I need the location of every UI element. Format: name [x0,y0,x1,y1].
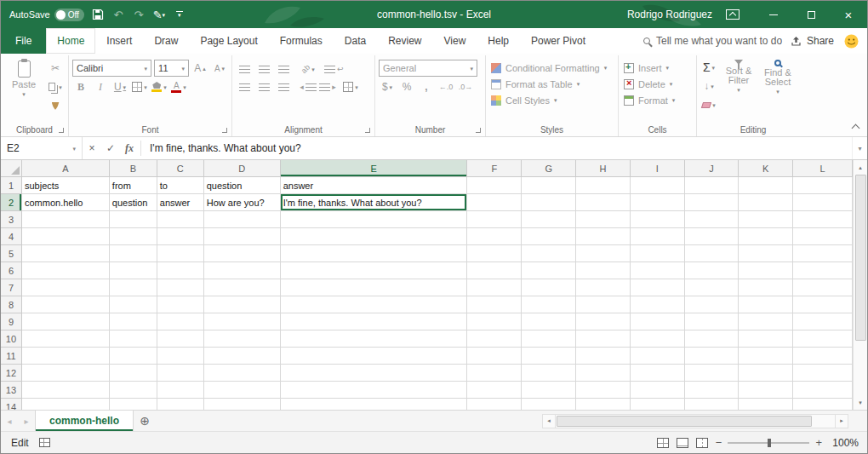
decrease-decimal-button[interactable]: .0→ [457,79,474,95]
undo-button[interactable]: ↶ [111,5,125,24]
vertical-scrollbar[interactable]: ▴ ▾ [853,160,867,410]
cell-H3[interactable] [576,211,631,228]
cell-B2[interactable]: question [110,194,157,211]
user-name[interactable]: Rodrigo Rodriguez [627,9,712,20]
cell-B14[interactable] [110,399,157,410]
cell-E13[interactable] [281,382,468,399]
tab-review[interactable]: Review [377,28,432,54]
cell-L9[interactable] [793,313,853,330]
cell-H10[interactable] [576,330,631,348]
cell-D5[interactable] [204,245,281,262]
cell-H8[interactable] [576,296,631,313]
column-header-H[interactable]: H [576,160,631,177]
cell-D12[interactable] [204,365,281,382]
cell-K10[interactable] [739,330,793,348]
font-color-button[interactable]: A▾ [170,79,187,95]
cell-B1[interactable]: from [110,177,157,194]
column-header-A[interactable]: A [22,160,110,177]
tell-me-box[interactable]: Tell me what you want to do [643,28,782,54]
row-header-12[interactable]: 12 [1,365,22,382]
cell-G10[interactable] [522,330,576,348]
column-header-F[interactable]: F [467,160,522,177]
row-header-10[interactable]: 10 [1,330,22,348]
column-header-J[interactable]: J [685,160,740,177]
cell-E12[interactable] [281,365,468,382]
cell-F13[interactable] [467,382,522,399]
macro-record-icon[interactable] [39,438,50,447]
cell-H1[interactable] [576,177,631,194]
cell-A1[interactable]: subjects [22,177,110,194]
cell-F1[interactable] [467,177,522,194]
row-header-8[interactable]: 8 [1,296,22,313]
cell-K9[interactable] [739,313,793,330]
font-size-combo[interactable]: 11▾ [154,60,189,77]
cell-J10[interactable] [685,330,740,348]
cell-A11[interactable] [22,348,110,365]
row-header-14[interactable]: 14 [1,399,22,410]
column-header-L[interactable]: L [793,160,853,177]
cell-G13[interactable] [522,382,576,399]
previous-sheet-button[interactable]: ◂ [1,411,18,431]
tab-power-pivot[interactable]: Power Pivot [520,28,597,54]
cell-C6[interactable] [157,262,204,279]
cut-button[interactable]: ✂ [47,60,64,76]
cell-D11[interactable] [204,348,281,365]
percent-style-button[interactable]: % [398,79,415,95]
cell-L14[interactable] [793,399,853,410]
cell-F4[interactable] [467,228,522,245]
cell-F12[interactable] [467,365,522,382]
cell-J3[interactable] [685,211,740,228]
cell-G8[interactable] [522,296,576,313]
cell-H5[interactable] [576,245,631,262]
cell-G2[interactable] [522,194,576,211]
cell-B5[interactable] [110,245,157,262]
find-select-button[interactable]: Find & Select ▾ [760,57,796,95]
cell-I6[interactable] [631,262,685,279]
page-break-view-button[interactable] [696,438,708,448]
cell-H6[interactable] [576,262,631,279]
insert-function-button[interactable]: fx [120,137,139,159]
cell-K11[interactable] [739,348,793,365]
select-all-corner[interactable] [1,160,22,177]
wrap-text-button[interactable]: ↩ [324,61,344,77]
name-box[interactable]: E2▾ [1,137,83,159]
zoom-slider-thumb[interactable] [768,439,771,447]
cell-A9[interactable] [22,313,110,330]
scroll-right-button[interactable]: ▸ [835,414,848,428]
increase-decimal-button[interactable]: ←.0 [437,79,454,95]
cell-G6[interactable] [522,262,576,279]
customize-qat-button[interactable]: ▾ [173,5,186,24]
cell-C14[interactable] [157,399,204,410]
cell-J12[interactable] [685,365,740,382]
cell-F7[interactable] [467,279,522,296]
cell-L11[interactable] [793,348,853,365]
cell-L2[interactable] [793,194,853,211]
row-header-13[interactable]: 13 [1,382,22,399]
cell-H7[interactable] [576,279,631,296]
sort-filter-button[interactable]: Sort & Filter ▾ [721,57,757,93]
increase-indent-button[interactable]: ▸ [319,79,336,95]
cell-L8[interactable] [793,296,853,313]
cell-A10[interactable] [22,330,110,348]
cell-B12[interactable] [110,365,157,382]
cell-I10[interactable] [631,330,685,348]
top-align-button[interactable] [236,61,253,77]
cell-I4[interactable] [631,228,685,245]
tab-formulas[interactable]: Formulas [269,28,334,54]
cell-G7[interactable] [522,279,576,296]
zoom-in-button[interactable]: + [815,436,822,449]
align-left-button[interactable] [236,79,253,95]
cell-A5[interactable] [22,245,110,262]
cell-K7[interactable] [739,279,793,296]
cell-I11[interactable] [631,348,685,365]
cell-K13[interactable] [739,382,793,399]
cell-L12[interactable] [793,365,853,382]
cell-F10[interactable] [467,330,522,348]
column-header-G[interactable]: G [522,160,576,177]
cell-I9[interactable] [631,313,685,330]
cell-K12[interactable] [739,365,793,382]
cell-B4[interactable] [110,228,157,245]
cell-E5[interactable] [281,245,468,262]
cell-J8[interactable] [685,296,740,313]
font-dialog-launcher[interactable] [222,128,227,133]
